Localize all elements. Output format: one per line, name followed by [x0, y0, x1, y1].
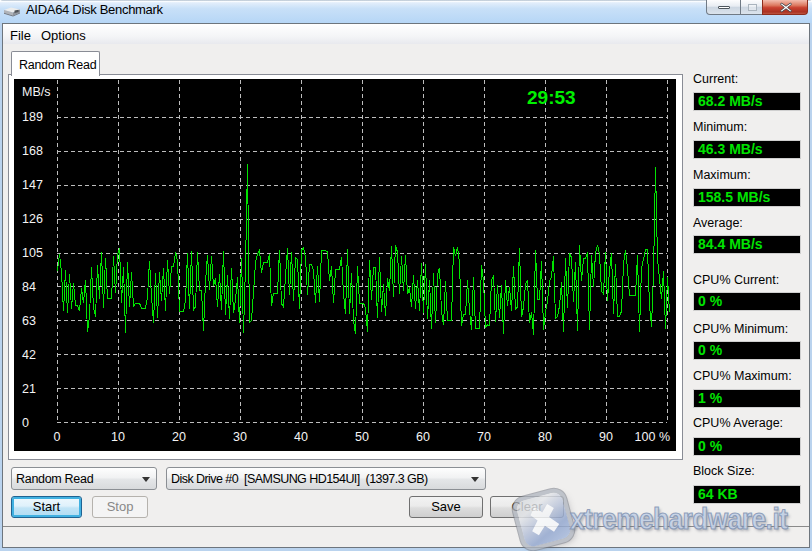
svg-text:80: 80 [538, 430, 552, 444]
svg-text:20: 20 [172, 430, 186, 444]
svg-text:40: 40 [294, 430, 308, 444]
svg-text:0: 0 [22, 416, 29, 430]
svg-text:126: 126 [22, 212, 43, 226]
svg-text:0: 0 [54, 430, 61, 444]
svg-text:84: 84 [22, 280, 36, 294]
svg-text:189: 189 [22, 110, 43, 124]
svg-text:63: 63 [22, 314, 36, 328]
svg-text:42: 42 [22, 348, 36, 362]
svg-text:10: 10 [111, 430, 125, 444]
svg-text:60: 60 [416, 430, 430, 444]
svg-text:50: 50 [355, 430, 369, 444]
svg-text:147: 147 [22, 178, 43, 192]
svg-text:21: 21 [22, 382, 36, 396]
svg-text:90: 90 [599, 430, 613, 444]
svg-text:70: 70 [477, 430, 491, 444]
svg-text:30: 30 [233, 430, 247, 444]
svg-text:168: 168 [22, 144, 43, 158]
svg-text:MB/s: MB/s [22, 85, 50, 99]
svg-text:105: 105 [22, 246, 43, 260]
svg-text:29:53: 29:53 [527, 87, 576, 108]
svg-text:100 %: 100 % [635, 430, 670, 444]
